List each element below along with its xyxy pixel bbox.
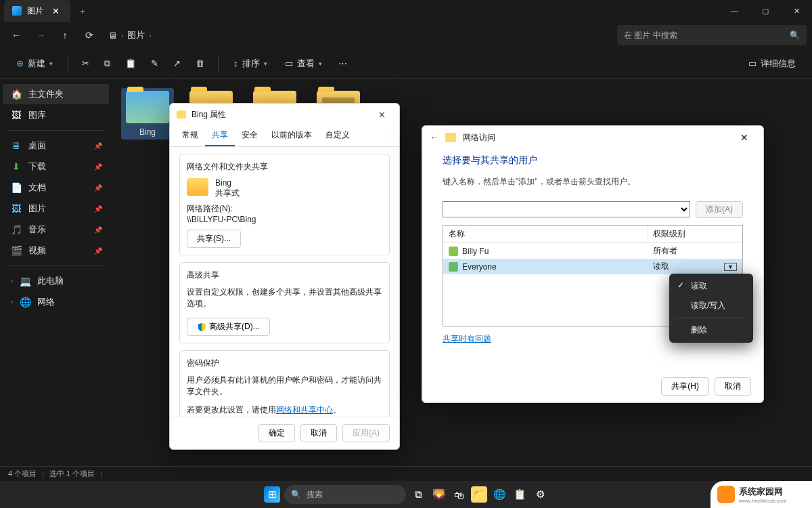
sort-button[interactable]: ↕ 排序▾: [227, 53, 274, 75]
column-name[interactable]: 名称: [443, 226, 648, 242]
tab-security[interactable]: 安全: [235, 125, 265, 146]
delete-button[interactable]: 🗑: [190, 53, 210, 75]
new-tab-button[interactable]: +: [76, 4, 89, 18]
view-button[interactable]: ▭ 查看▾: [278, 53, 329, 75]
share-confirm-button[interactable]: 共享(H): [661, 377, 709, 396]
breadcrumb-item[interactable]: 图片: [127, 29, 145, 41]
apply-button[interactable]: 应用(A): [342, 424, 390, 442]
breadcrumb[interactable]: 🖥 › 图片 ›: [108, 29, 152, 41]
app-icon[interactable]: 🌄: [430, 486, 447, 503]
sidebar-item-gallery[interactable]: 🖼图库: [3, 105, 109, 125]
dropdown-button[interactable]: ▼: [724, 263, 737, 271]
sidebar-item-videos[interactable]: 🎬视频📌: [3, 240, 109, 261]
titlebar: 图片 ✕ + — ▢ ✕: [0, 0, 812, 22]
forward-button[interactable]: →: [30, 24, 51, 46]
network-center-link[interactable]: 网络和共享中心: [276, 405, 333, 415]
folder-icon: [126, 91, 169, 123]
group-advanced-share: 高级共享 设置自定义权限，创建多个共享，并设置其他高级共享选项。 高级共享(D)…: [179, 262, 390, 343]
back-button[interactable]: ←: [430, 133, 438, 142]
shield-icon: [197, 322, 206, 332]
details-button[interactable]: ▭ 详细信息: [742, 53, 803, 75]
watermark-logo: [717, 486, 735, 503]
share-state: 共享式: [215, 188, 240, 199]
add-button[interactable]: 添加(A): [696, 201, 743, 218]
pin-icon: 📌: [94, 226, 102, 234]
network-icon: [445, 133, 456, 142]
status-count: 4 个项目: [8, 469, 37, 479]
tab-custom[interactable]: 自定义: [319, 125, 357, 146]
maximize-button[interactable]: ▢: [750, 0, 781, 22]
share-button[interactable]: 共享(S)...: [187, 230, 241, 248]
window-tab[interactable]: 图片 ✕: [4, 0, 70, 22]
menu-item-remove[interactable]: 删除: [672, 320, 750, 340]
cancel-button[interactable]: 取消: [715, 377, 751, 396]
cut-button[interactable]: ✂: [76, 53, 95, 75]
pictures-icon: [12, 6, 22, 16]
refresh-button[interactable]: ⟳: [78, 24, 100, 46]
close-button[interactable]: ✕: [734, 129, 755, 146]
tab-previous[interactable]: 以前的版本: [265, 125, 319, 146]
taskbar-search[interactable]: 🔍搜索: [284, 485, 406, 504]
dialog-titlebar[interactable]: Bing 属性 ✕: [170, 104, 399, 125]
sidebar-item-music[interactable]: 🎵音乐📌: [3, 219, 109, 240]
user-icon: [449, 262, 458, 272]
folder-bing[interactable]: Bing: [121, 88, 174, 140]
settings-icon[interactable]: ⚙: [532, 486, 548, 503]
dialog-hint: 键入名称，然后单击"添加"，或者单击箭头查找用户。: [443, 176, 743, 188]
folder-label: Bing: [139, 127, 156, 137]
taskview-icon[interactable]: ⧉: [410, 486, 426, 503]
share-button[interactable]: ↗: [168, 53, 186, 75]
back-button[interactable]: ←: [5, 24, 27, 46]
table-row[interactable]: Everyone 读取▼: [443, 259, 742, 274]
permission-context-menu: 读取 读取/写入 删除: [669, 274, 753, 343]
navbar: ← → ↑ ⟳ 🖥 › 图片 › 在 图片 中搜索 🔍: [0, 22, 812, 49]
copy-button[interactable]: ⧉: [99, 53, 116, 75]
minimize-button[interactable]: —: [719, 0, 750, 22]
statusbar: 4 个项目 | 选中 1 个项目 |: [0, 466, 812, 481]
tab-general[interactable]: 常规: [175, 125, 205, 146]
sidebar-item-home[interactable]: 🏠主文件夹: [3, 84, 109, 104]
monitor-icon: 🖥: [108, 30, 117, 41]
group-title: 密码保护: [187, 358, 382, 369]
sidebar: 🏠主文件夹 🖼图库 🖥桌面📌 ⬇下载📌 📄文档📌 🖼图片📌 🎵音乐📌 🎬视频📌 …: [0, 79, 112, 466]
chevron-right-icon: ›: [121, 32, 123, 39]
dialog-title: Bing 属性: [191, 109, 226, 121]
pin-icon: 📌: [94, 205, 102, 213]
menu-item-readwrite[interactable]: 读取/写入: [672, 296, 750, 316]
cancel-button[interactable]: 取消: [300, 424, 337, 442]
sidebar-item-thispc[interactable]: ›💻此电脑: [3, 271, 109, 291]
password-line2: 若要更改此设置，请使用网络和共享中心。: [187, 404, 382, 416]
rename-button[interactable]: ✎: [145, 53, 164, 75]
sidebar-item-documents[interactable]: 📄文档📌: [3, 177, 109, 198]
tab-share[interactable]: 共享: [205, 125, 235, 146]
user-combo[interactable]: [443, 201, 690, 217]
up-button[interactable]: ↑: [54, 24, 76, 46]
window-controls: — ▢ ✕: [719, 0, 812, 22]
ok-button[interactable]: 确定: [258, 424, 295, 442]
search-input[interactable]: 在 图片 中搜索 🔍: [617, 25, 807, 45]
close-button[interactable]: ✕: [371, 106, 392, 123]
tab-close-icon[interactable]: ✕: [49, 4, 62, 18]
start-button[interactable]: ⊞: [264, 486, 280, 503]
app-icon[interactable]: 🛍: [451, 486, 467, 503]
sidebar-item-network[interactable]: ›🌐网络: [3, 292, 109, 312]
sidebar-item-downloads[interactable]: ⬇下载📌: [3, 156, 109, 177]
network-access-dialog: ← 网络访问 ✕ 选择要与其共享的用户 键入名称，然后单击"添加"，或者单击箭头…: [422, 125, 764, 403]
sidebar-item-desktop[interactable]: 🖥桌面📌: [3, 135, 109, 156]
edge-icon[interactable]: 🌐: [491, 486, 508, 503]
search-icon: 🔍: [790, 30, 800, 40]
table-row[interactable]: Billy Fu 所有者: [443, 243, 742, 259]
column-permission[interactable]: 权限级别: [648, 226, 742, 242]
more-button[interactable]: ⋯: [333, 53, 353, 75]
folder-icon: [187, 178, 208, 196]
sidebar-item-pictures[interactable]: 🖼图片📌: [3, 198, 109, 219]
new-button[interactable]: ⊕新建▾: [9, 53, 60, 75]
paste-button[interactable]: 📋: [120, 53, 141, 75]
close-button[interactable]: ✕: [781, 0, 812, 22]
app-icon[interactable]: 📋: [512, 486, 528, 503]
advanced-share-button[interactable]: 高级共享(D)...: [187, 318, 270, 336]
explorer-icon[interactable]: 📁: [471, 486, 487, 503]
taskbar: ⊞ 🔍搜索 ⧉ 🌄 🛍 📁 🌐 📋 ⚙ ^ 英: [0, 481, 812, 508]
search-placeholder: 在 图片 中搜索: [624, 30, 677, 41]
menu-item-read[interactable]: 读取: [672, 276, 750, 296]
